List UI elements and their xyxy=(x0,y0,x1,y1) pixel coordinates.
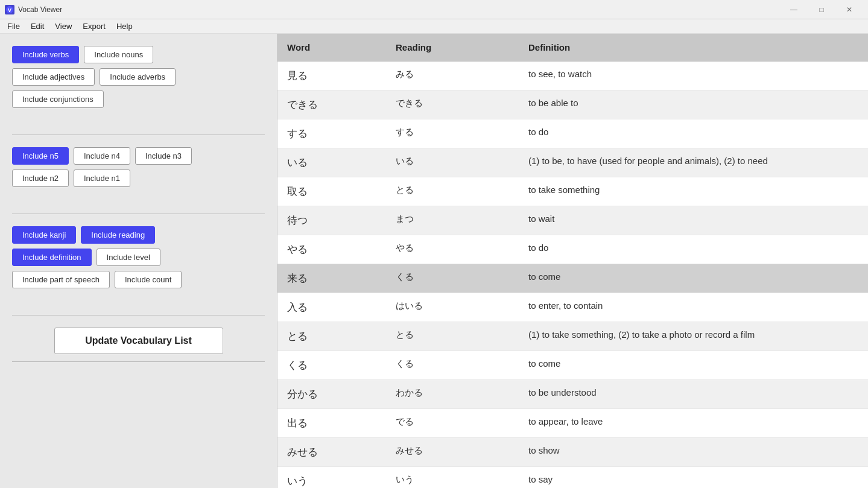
cell-reading: みせる xyxy=(386,438,519,467)
update-vocabulary-button[interactable]: Update Vocabulary List xyxy=(54,328,223,354)
vocabulary-table-panel[interactable]: Word Reading Definition 見るみるto see, to w… xyxy=(277,34,868,488)
cell-reading: する xyxy=(386,119,519,148)
filter-btn-include-adjectives[interactable]: Include adjectives xyxy=(12,68,95,86)
table-row[interactable]: 取るとるto take something xyxy=(277,177,868,206)
cell-word: 見る xyxy=(277,62,386,90)
cell-definition: to see, to watch xyxy=(519,62,868,90)
filter-btn-include-conjunctions[interactable]: Include conjunctions xyxy=(12,90,104,108)
cell-definition: to wait xyxy=(519,206,868,235)
filter-btn-include-n4[interactable]: Include n4 xyxy=(74,147,130,165)
table-row[interactable]: みせるみせるto show xyxy=(277,438,868,467)
table-row[interactable]: するするto do xyxy=(277,119,868,148)
filter-btn-include-kanji[interactable]: Include kanji xyxy=(12,226,76,244)
menu-item-file[interactable]: File xyxy=(2,21,25,32)
cell-reading: できる xyxy=(386,90,519,119)
filter-btn-include-nouns[interactable]: Include nouns xyxy=(84,46,153,63)
cell-definition: to come xyxy=(519,351,868,380)
level-filter-section: Include n5 Include n4 Include n3 Include… xyxy=(12,147,265,192)
table-row[interactable]: できるできるto be able to xyxy=(277,90,868,119)
col-header-reading: Reading xyxy=(386,34,519,62)
filter-btn-include-n5[interactable]: Include n5 xyxy=(12,147,69,165)
col-header-word: Word xyxy=(277,34,386,62)
table-body: 見るみるto see, to watchできるできるto be able toす… xyxy=(277,62,868,489)
main-content: Include verbs Include nouns Include adje… xyxy=(0,34,868,488)
divider-4 xyxy=(12,361,265,362)
table-row[interactable]: 出るでるto appear, to leave xyxy=(277,409,868,438)
table-row[interactable]: 待つまつto wait xyxy=(277,206,868,235)
cell-word: 取る xyxy=(277,177,386,206)
cell-definition: to enter, to contain xyxy=(519,293,868,322)
pos-filter-section: Include verbs Include nouns Include adje… xyxy=(12,46,265,113)
col-header-definition: Definition xyxy=(519,34,868,62)
table-row[interactable]: やるやるto do xyxy=(277,235,868,264)
app-icon: V xyxy=(5,5,14,14)
cell-word: 待つ xyxy=(277,206,386,235)
cell-definition: to take something xyxy=(519,177,868,206)
cell-reading: でる xyxy=(386,409,519,438)
cell-reading: やる xyxy=(386,235,519,264)
cell-reading: とる xyxy=(386,177,519,206)
column-row-2: Include definition Include level xyxy=(12,249,265,266)
divider-2 xyxy=(12,214,265,214)
table-row[interactable]: 来るくるto come xyxy=(277,264,868,293)
table-header-row: Word Reading Definition xyxy=(277,34,868,62)
table-row[interactable]: とるとる(1) to take something, (2) to take a… xyxy=(277,322,868,351)
maximize-button[interactable]: □ xyxy=(808,0,835,19)
close-button[interactable]: ✕ xyxy=(835,0,863,19)
cell-definition: to say xyxy=(519,467,868,489)
cell-definition: to do xyxy=(519,235,868,264)
cell-reading: いる xyxy=(386,148,519,177)
filter-btn-include-n1[interactable]: Include n1 xyxy=(74,170,130,187)
table-row[interactable]: いるいる(1) to be, to have (used for people … xyxy=(277,148,868,177)
filter-btn-include-count[interactable]: Include count xyxy=(115,271,182,288)
table-row[interactable]: 見るみるto see, to watch xyxy=(277,62,868,90)
cell-definition: (1) to be, to have (used for people and … xyxy=(519,148,868,177)
cell-definition: to be understood xyxy=(519,380,868,409)
table-row[interactable]: いういうto say xyxy=(277,467,868,489)
cell-reading: くる xyxy=(386,264,519,293)
minimize-button[interactable]: — xyxy=(780,0,808,19)
filter-btn-include-verbs[interactable]: Include verbs xyxy=(12,46,79,63)
menu-item-edit[interactable]: Edit xyxy=(26,21,49,32)
filter-btn-include-definition[interactable]: Include definition xyxy=(12,249,92,266)
title-bar: V Vocab Viewer — □ ✕ xyxy=(0,0,868,19)
cell-reading: はいる xyxy=(386,293,519,322)
filter-btn-include-n2[interactable]: Include n2 xyxy=(12,170,69,187)
cell-reading: まつ xyxy=(386,206,519,235)
title-bar-left: V Vocab Viewer xyxy=(5,5,62,14)
column-filter-section: Include kanji Include reading Include de… xyxy=(12,226,265,293)
divider-1 xyxy=(12,135,265,135)
menu-item-export[interactable]: Export xyxy=(78,21,110,32)
cell-word: 出る xyxy=(277,409,386,438)
column-row-1: Include kanji Include reading xyxy=(12,226,265,244)
cell-word: できる xyxy=(277,90,386,119)
cell-word: いる xyxy=(277,148,386,177)
filter-btn-include-level[interactable]: Include level xyxy=(97,249,160,266)
cell-reading: いう xyxy=(386,467,519,489)
filter-btn-include-reading[interactable]: Include reading xyxy=(81,226,155,244)
menu-item-help[interactable]: Help xyxy=(112,21,138,32)
level-row-2: Include n2 Include n1 xyxy=(12,170,265,187)
cell-definition: to appear, to leave xyxy=(519,409,868,438)
pos-row-3: Include conjunctions xyxy=(12,90,265,108)
table-row[interactable]: くるくるto come xyxy=(277,351,868,380)
cell-word: 分かる xyxy=(277,380,386,409)
filter-btn-include-part-of-speech[interactable]: Include part of speech xyxy=(12,271,110,288)
svg-text:V: V xyxy=(8,7,11,13)
column-row-3: Include part of speech Include count xyxy=(12,271,265,288)
cell-definition: to show xyxy=(519,438,868,467)
filter-btn-include-n3[interactable]: Include n3 xyxy=(135,147,192,165)
pos-row-1: Include verbs Include nouns xyxy=(12,46,265,63)
cell-reading: わかる xyxy=(386,380,519,409)
app-title: Vocab Viewer xyxy=(18,5,62,14)
filter-btn-include-adverbs[interactable]: Include adverbs xyxy=(100,68,176,86)
menu-item-view[interactable]: View xyxy=(50,21,77,32)
cell-reading: くる xyxy=(386,351,519,380)
cell-word: 来る xyxy=(277,264,386,293)
divider-3 xyxy=(12,315,265,315)
cell-definition: to do xyxy=(519,119,868,148)
level-row-1: Include n5 Include n4 Include n3 xyxy=(12,147,265,165)
cell-word: いう xyxy=(277,467,386,489)
table-row[interactable]: 分かるわかるto be understood xyxy=(277,380,868,409)
table-row[interactable]: 入るはいるto enter, to contain xyxy=(277,293,868,322)
